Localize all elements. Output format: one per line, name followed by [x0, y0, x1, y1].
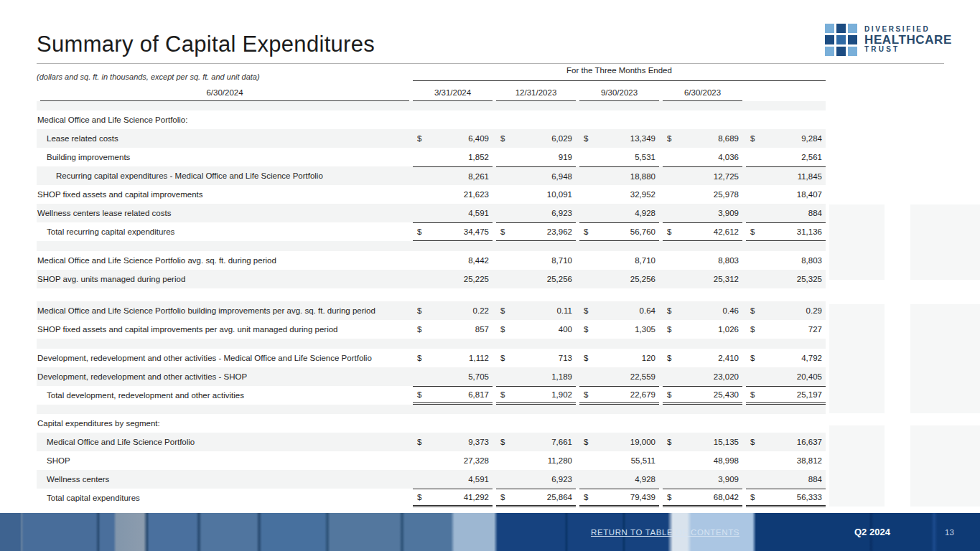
cell-value: 31,136 [797, 227, 822, 236]
logo-square-icon [836, 24, 846, 33]
cell-value: 8,689 [718, 134, 739, 143]
row-label: Medical Office and Life Science Portfoli… [37, 433, 409, 451]
value-cell: 8,710 [579, 251, 659, 270]
row-label: SHOP fixed assets and capital improvemen… [37, 320, 409, 339]
value-cell: $19,000 [579, 433, 659, 451]
slide-page: Summary of Capital Expenditures DIVERSIF… [0, 0, 980, 551]
table-row: Development, redevelopment and other act… [37, 367, 826, 386]
table-row: Capital expenditures by segment: [37, 414, 826, 433]
value-cell: 3,909 [663, 470, 742, 489]
dollar-sign: $ [417, 134, 421, 143]
cell-value: 0.29 [806, 306, 822, 315]
cell-value: 18,880 [630, 172, 655, 181]
cell-value: 12,725 [714, 172, 739, 181]
table-row: Medical Office and Life Science Portfoli… [37, 110, 826, 129]
table-row: SHOP avg. units managed during period25,… [37, 270, 826, 288]
value-cell: $23,962 [496, 222, 576, 241]
cell-value: 6,948 [551, 172, 572, 181]
dollar-sign: $ [667, 390, 671, 399]
value-cell: 25,978 [663, 185, 742, 204]
value-cell: $1,902 [496, 386, 576, 405]
capex-table: For the Three Months Ended 6/30/20243/31… [37, 66, 826, 507]
value-cell: $68,042 [663, 489, 742, 507]
dollar-sign: $ [500, 227, 505, 236]
cell-value: 0.11 [556, 306, 572, 315]
cell-value: 25,256 [630, 275, 655, 283]
background-shading [829, 304, 885, 413]
cell-value: 884 [808, 209, 822, 217]
value-cell: 1,852 [413, 148, 493, 166]
cell-value: 25,225 [464, 275, 489, 283]
value-cell: 3,909 [663, 204, 742, 222]
cell-value: 56,760 [630, 227, 655, 236]
value-cell: 4,591 [413, 204, 493, 222]
table-row: Total capital expenditures$41,292$25,864… [37, 489, 826, 507]
dollar-sign: $ [500, 306, 505, 315]
cell-value: 11,845 [798, 172, 822, 181]
cell-value: 6,029 [551, 134, 572, 143]
table-row: Recurring capital expenditures - Medical… [37, 166, 826, 185]
dollar-sign: $ [417, 306, 421, 315]
spacer-row [37, 241, 826, 251]
cell-value: 3,909 [718, 475, 739, 484]
value-cell: $1,305 [579, 320, 659, 339]
value-cell: $22,679 [579, 386, 659, 405]
value-cell: 23,020 [663, 367, 742, 386]
cell-value: 8,710 [551, 256, 572, 265]
dollar-sign: $ [750, 227, 755, 236]
row-label: Medical Office and Life Science Portfoli… [37, 301, 409, 320]
value-cell: 48,998 [663, 451, 742, 470]
logo-square-icon [848, 47, 857, 56]
dollar-sign: $ [417, 227, 421, 236]
cell-value: 0.22 [473, 306, 489, 315]
value-cell: $0.11 [496, 301, 576, 320]
logo-square-icon [836, 47, 846, 56]
period-header-spacer [37, 66, 409, 81]
cell-value: 6,923 [551, 475, 572, 484]
row-label: Lease related costs [37, 129, 409, 148]
cell-value: 1,305 [635, 325, 655, 334]
value-cell: $25,864 [496, 489, 576, 507]
value-cell: 6,923 [496, 204, 576, 222]
cell-value: 19,000 [630, 438, 655, 446]
value-cell: 25,256 [496, 270, 576, 288]
dollar-sign: $ [584, 354, 588, 362]
cell-value: 919 [559, 153, 572, 161]
row-label: Development, redevelopment and other act… [37, 367, 409, 386]
dollar-sign: $ [584, 227, 588, 236]
cell-value: 23,962 [547, 227, 572, 236]
cell-value: 23,020 [714, 372, 739, 381]
dollar-sign: $ [417, 325, 421, 334]
value-cell: $31,136 [746, 222, 826, 241]
cell-value: 25,430 [714, 390, 739, 399]
building-photo-footer [0, 513, 980, 551]
background-shading [910, 425, 980, 507]
logo-line-trust: TRUST [864, 46, 952, 54]
dollar-sign: $ [584, 306, 588, 315]
cell-value: 6,409 [468, 134, 489, 143]
cell-value: 884 [808, 475, 822, 484]
table-row: Building improvements1,8529195,5314,0362… [37, 148, 826, 166]
period-header-row: For the Three Months Ended [37, 66, 826, 81]
value-cell: 4,928 [579, 470, 659, 489]
dollar-sign: $ [750, 438, 755, 446]
value-cell: $34,475 [413, 222, 493, 241]
value-cell: 11,845 [746, 166, 826, 185]
logo-line-healthcare: HEALTHCARE [864, 34, 952, 47]
value-cell: $713 [496, 349, 576, 367]
cell-value: 4,928 [635, 209, 655, 217]
value-cell: $6,409 [413, 129, 493, 148]
value-cell: 21,623 [413, 185, 493, 204]
page-title: Summary of Capital Expenditures [37, 32, 375, 57]
return-to-toc-link[interactable]: RETURN TO TABLE OF CONTENTS [591, 528, 739, 537]
date-row: 6/30/20243/31/202412/31/20239/30/20236/3… [37, 81, 826, 101]
value-cell: $13,349 [579, 129, 659, 148]
value-cell: 25,225 [413, 270, 493, 288]
cell-value: 15,135 [714, 438, 739, 446]
quarter-label: Q2 2024 [854, 527, 890, 537]
column-header: 9/30/2023 [579, 88, 659, 101]
row-label: Wellness centers [37, 470, 409, 489]
cell-value: 6,817 [468, 390, 489, 399]
logo-squares-icon [825, 24, 857, 56]
value-cell: 884 [746, 470, 826, 489]
